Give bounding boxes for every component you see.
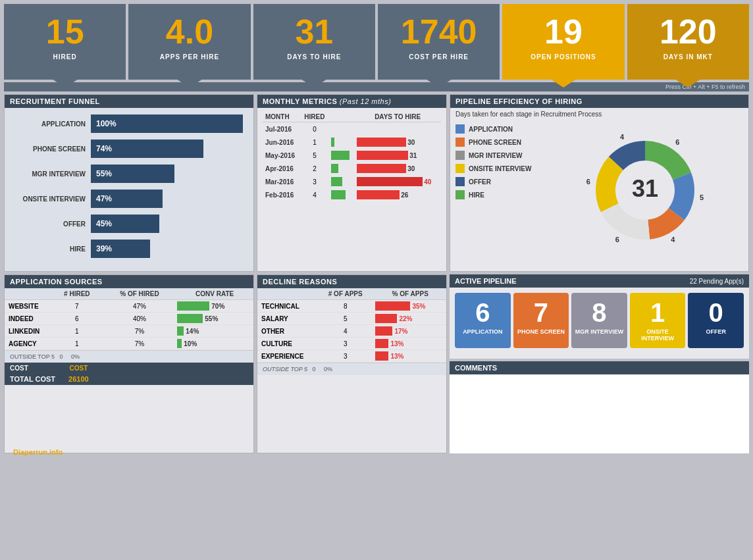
funnel-header: RECRUITMENT FUNNEL <box>5 95 253 108</box>
month-cell: Feb-2016 <box>263 188 301 201</box>
legend-label: HIRE <box>469 191 484 199</box>
days-bar-cell: 30 <box>354 162 441 175</box>
hired-bar-cell <box>328 188 354 201</box>
legend-item: PHONE SCREEN <box>455 138 541 147</box>
source-name: WEBSITE <box>5 300 51 313</box>
main-grid: RECRUITMENT FUNNEL APPLICATION 100% PHON… <box>4 94 749 272</box>
sources-footer: OUTSIDE TOP 5 0 0% <box>5 350 253 363</box>
donut-segment <box>600 203 649 240</box>
metrics-row: Mar-2016 3 40 <box>263 175 441 188</box>
pipeline-card-yellow: 1ONSITEINTERVIEW <box>630 293 686 348</box>
source-name: INDEED <box>5 313 51 325</box>
reason-apps: 5 <box>317 313 374 325</box>
hired-bar-cell <box>328 122 354 136</box>
pipeline-header: PIPELINE EFFICIENCY OF HIRING <box>450 95 748 108</box>
days-bar-cell: 26 <box>354 188 441 201</box>
sources-row: LINKEDIN 1 7% 14% <box>5 325 253 338</box>
hired-num: 1 <box>301 136 329 149</box>
decline-reasons-panel: DECLINE REASONS # OF APPS % OF APPS TECH… <box>257 274 447 453</box>
watermark: Diaperrun.info <box>11 448 753 456</box>
col-hired: # HIRED <box>51 288 103 300</box>
legend-item: MGR INTERVIEW <box>455 151 541 160</box>
decline-footer-label: OUTSIDE TOP 5 <box>263 366 307 372</box>
reason-pct: 13% <box>374 338 446 350</box>
legend-item: APPLICATION <box>455 124 541 134</box>
pipeline-card-label: MGR INTERVIEW <box>575 328 623 335</box>
sources-footer-label: OUTSIDE TOP 5 <box>10 353 55 360</box>
funnel-row: PHONE SCREEN 74% <box>15 140 243 158</box>
source-conv: 14% <box>176 325 253 338</box>
svg-text:4: 4 <box>620 133 625 141</box>
source-pct: 47% <box>103 300 176 313</box>
cost-label: COST <box>10 365 28 372</box>
pipeline-card-label: ONSITEINTERVIEW <box>641 328 674 342</box>
sources-row: AGENCY 1 7% 10% <box>5 338 253 350</box>
col-month: MONTH <box>263 112 301 122</box>
hired-bar-cell <box>328 149 354 162</box>
legend-label: MGR INTERVIEW <box>469 152 522 159</box>
metrics-subtitle: (Past 12 mths) <box>340 97 392 105</box>
funnel-label: HIRE <box>15 245 91 253</box>
funnel-bar: 74% <box>91 140 203 158</box>
source-pct: 7% <box>103 338 176 350</box>
col-pct-hired: % OF HIRED <box>103 288 176 300</box>
reason-apps: 3 <box>317 350 374 363</box>
funnel-row: HIRE 39% <box>15 240 243 258</box>
source-conv: 55% <box>176 313 253 325</box>
month-cell: Jul-2016 <box>263 122 301 136</box>
legend-color <box>455 164 465 173</box>
legend-color <box>455 151 465 160</box>
source-hired: 7 <box>51 300 103 313</box>
funnel-bar-wrap: 55% <box>91 165 243 183</box>
reason-name: EXPERIENCE <box>257 350 317 363</box>
reason-pct: 13% <box>374 350 446 363</box>
hired-num: 0 <box>301 122 329 136</box>
total-cost-val: 26100 <box>68 375 89 383</box>
refresh-bar: Press Ctrl + Alt + F5 to refresh <box>4 82 749 91</box>
decline-row: EXPERIENCE 3 13% <box>257 350 446 363</box>
metrics-title: MONTHLY METRICS <box>263 97 337 105</box>
funnel-label: OFFER <box>15 220 91 228</box>
pipeline-legend: APPLICATIONPHONE SCREENMGR INTERVIEWONSI… <box>455 124 541 256</box>
decline-row: OTHER 4 17% <box>257 325 446 338</box>
cost-bar-label: COST <box>70 365 88 372</box>
svg-text:6: 6 <box>615 236 619 243</box>
funnel-bar: 100% <box>91 115 243 133</box>
pipeline-subtitle: Days taken for each stage in Recruitment… <box>450 108 748 119</box>
metrics-body: MONTH HIRED DAYS TO HIRE Jul-2016 0 Jun-… <box>257 108 446 205</box>
funnel-body: APPLICATION 100% PHONE SCREEN 74% MGR IN… <box>5 108 253 271</box>
decline-header: DECLINE REASONS <box>257 275 446 288</box>
decline-table: # OF APPS % OF APPS TECHNICAL 8 35% SALA… <box>257 288 446 363</box>
month-cell: Jun-2016 <box>263 136 301 149</box>
sources-title: APPLICATION SOURCES <box>10 278 103 286</box>
source-name: AGENCY <box>5 338 51 350</box>
legend-label: ONSITE INTERVIEW <box>469 165 531 172</box>
legend-label: APPLICATION <box>469 126 513 133</box>
pipeline-card-blue: 6APPLICATION <box>455 293 511 348</box>
funnel-bar-wrap: 100% <box>91 115 243 133</box>
svg-text:4: 4 <box>671 236 675 243</box>
funnel-bar: 45% <box>91 215 159 233</box>
metrics-row: Jun-2016 1 30 <box>263 136 441 149</box>
hired-bar-cell <box>328 136 354 149</box>
col-pct: % OF APPS <box>374 288 446 300</box>
sources-footer-val1: 0 <box>60 353 63 360</box>
donut-segment <box>645 141 691 180</box>
hired-num: 5 <box>301 149 329 162</box>
col-conv: CONV RATE <box>176 288 253 300</box>
comments-header: COMMENTS <box>450 361 749 374</box>
funnel-bar-wrap: 45% <box>91 215 243 233</box>
reason-apps: 4 <box>317 325 374 338</box>
donut-chart: 65466431 <box>579 124 711 256</box>
cost-section: COST COST <box>5 363 253 374</box>
metrics-row: Feb-2016 4 26 <box>263 188 441 201</box>
col-hired-bar <box>328 112 354 122</box>
reason-name: OTHER <box>257 325 317 338</box>
reason-apps: 8 <box>317 300 374 313</box>
pipeline-card-num: 6 <box>475 299 490 326</box>
funnel-label: APPLICATION <box>15 120 91 128</box>
funnel-title: RECRUITMENT FUNNEL <box>10 97 100 105</box>
decline-row: CULTURE 3 13% <box>257 338 446 350</box>
sources-body: # HIRED % OF HIRED CONV RATE WEBSITE 7 4… <box>5 288 253 363</box>
pipeline-efficiency-panel: PIPELINE EFFICIENCY OF HIRING Days taken… <box>450 94 749 272</box>
